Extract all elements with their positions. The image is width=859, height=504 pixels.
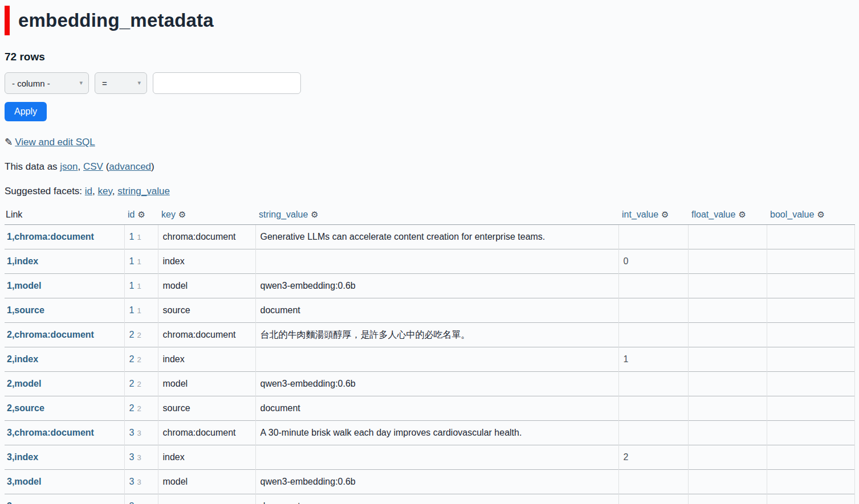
table-row: 1,chroma:document11chroma:documentGenera… [5,225,854,249]
int-value-cell [618,421,688,445]
id-value-link[interactable]: 3 [129,428,135,437]
string-value-cell: document [255,494,618,504]
table-row: 3,model33modelqwen3-embedding:0.6b [5,470,854,494]
id-value-link[interactable]: 3 [129,477,135,486]
table-row: 3,index33index2 [5,445,854,470]
filter-column-select-wrap: - column - ▾ [5,72,89,94]
column-sort-link-float_value[interactable]: float_value [691,210,735,219]
id-cell: 33 [124,445,158,470]
column-options-gear-icon[interactable]: ⚙ [661,210,669,220]
apply-button-row: Apply [5,102,854,121]
row-link[interactable]: 2,chroma:document [7,330,94,339]
id-value-link[interactable]: 3 [129,452,135,462]
title-accent-bar [5,6,10,35]
int-value-cell [618,225,688,249]
row-link[interactable]: 2,index [7,354,38,364]
float-value-cell [688,470,767,494]
table-body: 1,chroma:document11chroma:documentGenera… [5,225,854,504]
column-options-gear-icon[interactable]: ⚙ [738,210,746,220]
filter-value-input[interactable] [153,72,301,94]
row-link[interactable]: 1,model [7,281,41,290]
column-options-gear-icon[interactable]: ⚙ [817,210,824,220]
row-link[interactable]: 3,model [7,477,41,486]
row-link[interactable]: 1,index [7,256,38,266]
key-cell: model [158,470,255,494]
key-cell: model [158,274,255,298]
float-value-cell [688,274,767,298]
row-link[interactable]: 2,source [7,403,44,413]
table-row: 2,model22modelqwen3-embedding:0.6b [5,372,854,396]
page-title-row: embedding_metadata [5,6,854,35]
column-header-id: id⚙ [124,205,158,225]
string-value-cell: Generative LLMs can accelerate content c… [255,225,618,249]
float-value-cell [688,494,767,504]
int-value-cell [618,298,688,323]
column-sort-link-string_value[interactable]: string_value [259,210,308,219]
id-value-link[interactable]: 2 [129,379,135,388]
view-edit-sql-link[interactable]: View and edit SQL [15,137,95,147]
id-cell: 22 [124,372,158,396]
fk-label: 1 [137,257,141,266]
column-options-gear-icon[interactable]: ⚙ [137,210,145,220]
table-row: 3,chroma:document33chroma:documentA 30-m… [5,421,854,445]
row-link[interactable]: 1,chroma:document [7,232,94,241]
row-link[interactable]: 2,model [7,379,41,388]
column-header-key: key⚙ [158,205,255,225]
facet-link-key[interactable]: key [98,186,112,196]
id-value-link[interactable]: 2 [129,354,135,364]
export-csv-link[interactable]: CSV [83,161,103,172]
bool-value-cell [767,372,854,396]
export-advanced-link[interactable]: advanced [109,161,151,172]
table-row: 2,chroma:document22chroma:document台北的牛肉麵… [5,323,854,347]
row-link[interactable]: 3,source [7,501,44,504]
string-value-cell: document [255,396,618,421]
column-sort-link-id[interactable]: id [128,210,135,219]
export-prefix: This data as [5,161,60,172]
link-cell: 1,source [5,298,124,323]
bool-value-cell [767,249,854,274]
filter-operator-select[interactable]: = [95,72,147,94]
bool-value-cell [767,274,854,298]
link-cell: 2,model [5,372,124,396]
column-header-bool_value: bool_value⚙ [767,205,854,225]
row-link[interactable]: 3,chroma:document [7,428,94,437]
column-header-link: Link [5,205,124,225]
string-value-cell: qwen3-embedding:0.6b [255,470,618,494]
string-value-cell [255,445,618,470]
float-value-cell [688,249,767,274]
id-cell: 22 [124,396,158,421]
fk-label: 3 [137,478,141,486]
column-options-gear-icon[interactable]: ⚙ [311,210,318,220]
column-options-gear-icon[interactable]: ⚙ [178,210,186,220]
filter-column-select[interactable]: - column - [5,72,89,94]
id-value-link[interactable]: 1 [129,281,135,290]
id-value-link[interactable]: 1 [129,256,135,266]
column-sort-link-int_value[interactable]: int_value [622,210,658,219]
column-header-label: Link [6,210,22,219]
id-value-link[interactable]: 2 [129,330,135,339]
key-cell: index [158,347,255,372]
apply-button[interactable]: Apply [5,102,47,121]
string-value-cell [255,347,618,372]
export-json-link[interactable]: json [60,161,78,172]
column-sort-link-bool_value[interactable]: bool_value [770,210,814,219]
fk-label: 1 [137,282,141,290]
id-value-link[interactable]: 1 [129,232,135,241]
id-value-link[interactable]: 2 [129,403,135,413]
column-sort-link-key[interactable]: key [161,210,176,219]
int-value-cell [618,396,688,421]
row-link[interactable]: 1,source [7,305,44,315]
facet-link-string_value[interactable]: string_value [117,186,170,196]
facet-link-id[interactable]: id [85,186,92,196]
float-value-cell [688,347,767,372]
id-value-link[interactable]: 1 [129,305,135,315]
int-value-cell [618,494,688,504]
int-value-cell [618,323,688,347]
fk-label: 2 [137,404,141,413]
key-cell: source [158,396,255,421]
id-value-link[interactable]: 3 [129,501,135,504]
export-paren-open: ( [103,161,109,172]
int-value-cell: 1 [618,347,688,372]
table-header-row: Linkid⚙key⚙string_value⚙int_value⚙float_… [5,205,854,225]
row-link[interactable]: 3,index [7,452,38,462]
